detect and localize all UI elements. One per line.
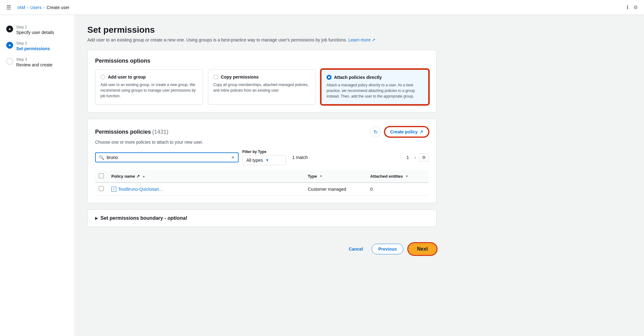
step-2: ● Step 2 Set permissions [6, 41, 68, 51]
page-title: Set permissions [87, 25, 437, 35]
option-attach-policies-desc: Attach a managed policy directly to a us… [327, 82, 423, 99]
top-nav: ☰ IAM › Users › Create user ℹ ⚙ [0, 0, 644, 15]
page-number: 1 [404, 154, 412, 161]
create-policy-external-icon: ↗ [419, 129, 423, 134]
step-3-dot [6, 58, 13, 65]
sidebar: ● Step 1 Specify user details ● Step 2 S… [0, 15, 75, 336]
main-layout: ● Step 1 Specify user details ● Step 2 S… [0, 15, 644, 336]
policies-subtitle: Choose one or more policies to attach to… [95, 140, 429, 145]
step-1-title: Specify user details [16, 30, 54, 35]
entities-sort-icon[interactable]: ▼ [405, 175, 409, 178]
boundary-card: ▶ Set permissions boundary - optional [87, 209, 437, 227]
row-check-cell [95, 183, 108, 195]
row-checkbox[interactable] [99, 186, 104, 191]
external-link-icon: ↗ [136, 174, 140, 179]
breadcrumb-create-user: Create user [46, 5, 69, 10]
table-settings-button[interactable]: ⚙ [419, 153, 429, 161]
info-icon[interactable]: ℹ [627, 4, 628, 10]
permissions-policies-card: Permissions policies (1431) ↻ Create pol… [87, 119, 437, 203]
option-copy-permissions-desc: Copy all group memberships, attached man… [213, 82, 311, 93]
bottom-actions: Cancel Previous Next [87, 237, 437, 261]
menu-icon[interactable]: ☰ [6, 4, 11, 11]
policies-header: Permissions policies (1431) ↻ Create pol… [95, 127, 429, 137]
pagination: ‹ 1 › ⚙ [398, 153, 429, 161]
dropdown-arrow-icon: ▼ [265, 158, 269, 162]
th-type: Type ▼ [304, 170, 366, 183]
nav-right: ℹ ⚙ [627, 4, 638, 10]
step-1: ● Step 1 Specify user details [6, 25, 68, 35]
filter-dropdown[interactable]: All types ▼ [242, 155, 286, 165]
table-row: + TestBruno-Quickstart… Customer managed… [95, 183, 429, 195]
option-add-to-group[interactable]: Add user to group Add user to an existin… [95, 69, 203, 105]
settings-icon[interactable]: ⚙ [633, 4, 638, 10]
radio-attach-policies[interactable] [327, 75, 332, 80]
policies-title: Permissions policies [95, 129, 151, 135]
th-check [95, 170, 108, 183]
option-copy-permissions[interactable]: Copy permissions Copy all group membersh… [208, 69, 316, 105]
breadcrumb-sep-2: › [43, 5, 45, 10]
permission-options-container: Add user to group Add user to an existin… [95, 69, 429, 105]
breadcrumb-users[interactable]: Users [30, 5, 42, 10]
option-attach-policies[interactable]: Attach policies directly Attach a manage… [321, 69, 429, 105]
step-3-title: Review and create [16, 62, 52, 67]
search-input[interactable] [107, 155, 231, 160]
previous-button[interactable]: Previous [372, 244, 403, 254]
table-header: Policy name ↗ ▲ Type ▼ [95, 170, 429, 183]
type-sort-icon[interactable]: ▼ [319, 175, 322, 178]
boundary-title: Set permissions boundary - optional [100, 215, 187, 221]
boundary-header[interactable]: ▶ Set permissions boundary - optional [95, 215, 429, 221]
breadcrumb-sep-1: › [27, 5, 28, 10]
next-button[interactable]: Next [408, 243, 437, 255]
boundary-expand-icon: ▶ [95, 216, 98, 220]
breadcrumb-iam[interactable]: IAM [17, 5, 25, 10]
radio-add-to-group[interactable] [100, 74, 105, 79]
policy-table: Policy name ↗ ▲ Type ▼ [95, 170, 429, 195]
option-add-to-group-title: Add user to group [108, 74, 146, 79]
table-body: + TestBruno-Quickstart… Customer managed… [95, 183, 429, 195]
row-type-cell: Customer managed [304, 183, 366, 195]
step-2-dot: ● [6, 42, 13, 49]
create-policy-button[interactable]: Create policy ↗ [385, 127, 429, 137]
expand-icon[interactable]: + [111, 187, 116, 192]
filter-selected: All types [246, 158, 263, 163]
cancel-button[interactable]: Cancel [345, 244, 367, 254]
search-icon: 🔍 [99, 155, 104, 160]
permissions-options-title: Permissions options [95, 58, 429, 64]
page-prev-button[interactable]: ‹ [398, 154, 403, 161]
step-1-label: Step 1 [16, 25, 54, 29]
search-clear-button[interactable]: ✕ [231, 155, 235, 160]
step-1-dot: ● [6, 26, 13, 32]
search-filter-row: 🔍 ✕ Filter by Type All types ▼ 1 match ‹… [95, 150, 429, 165]
radio-copy-permissions[interactable] [213, 74, 218, 79]
filter-label: Filter by Type [242, 150, 286, 154]
row-entities-cell: 0 [366, 183, 429, 195]
page-desc: Add user to an existing group or create … [87, 37, 437, 42]
row-name-cell: + TestBruno-Quickstart… [108, 183, 304, 195]
learn-more-link[interactable]: Learn more ↗ [348, 37, 375, 42]
main-content: Set permissions Add user to an existing … [75, 15, 449, 336]
search-box: 🔍 ✕ [95, 152, 239, 162]
option-add-to-group-desc: Add user to an existing group, or create… [100, 82, 198, 99]
policies-actions: ↻ Create policy ↗ [370, 127, 429, 137]
step-3: Step 3 Review and create [6, 57, 68, 67]
step-2-title: Set permissions [16, 46, 50, 51]
option-copy-permissions-title: Copy permissions [221, 74, 259, 79]
option-attach-policies-title: Attach policies directly [334, 75, 382, 80]
sort-icon[interactable]: ▲ [142, 175, 145, 178]
select-all-checkbox[interactable] [99, 173, 104, 178]
step-3-label: Step 3 [16, 57, 52, 62]
step-2-label: Step 2 [16, 41, 50, 46]
th-entities: Attached entities ▼ [366, 170, 429, 183]
permissions-options-card: Permissions options Add user to group Ad… [87, 50, 437, 113]
policy-name-link[interactable]: + TestBruno-Quickstart… [111, 187, 300, 192]
th-policy-name: Policy name ↗ ▲ [108, 170, 304, 183]
breadcrumb: IAM › Users › Create user [17, 5, 70, 10]
page-next-button[interactable]: › [413, 154, 418, 161]
match-count: 1 match [292, 155, 308, 160]
policies-count: (1431) [152, 129, 168, 135]
refresh-button[interactable]: ↻ [370, 127, 381, 137]
